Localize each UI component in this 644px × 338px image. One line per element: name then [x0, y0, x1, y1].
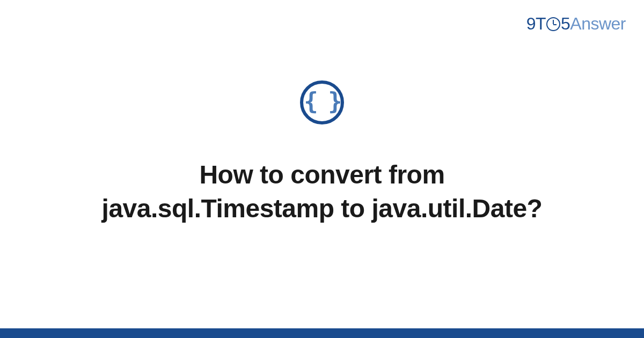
logo-suffix: Answer [570, 14, 626, 34]
site-logo: 9T 5 Answer [526, 14, 626, 34]
main-content: { } How to convert from java.sql.Timesta… [0, 0, 644, 338]
clock-icon [546, 17, 560, 31]
logo-middle: 5 [561, 14, 570, 34]
category-icon-wrapper: { } [300, 80, 344, 124]
braces-icon: { } [304, 90, 340, 113]
logo-prefix: 9T [526, 14, 546, 34]
bottom-accent-bar [0, 328, 644, 338]
question-title: How to convert from java.sql.Timestamp t… [80, 158, 564, 226]
